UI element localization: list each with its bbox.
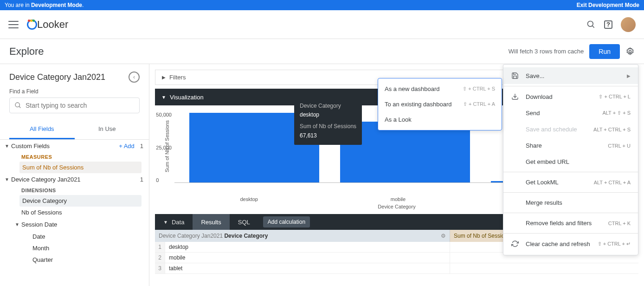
search-input[interactable] xyxy=(26,102,135,109)
viz-collapse[interactable]: ▼ Visualization xyxy=(155,89,210,105)
add-calculation-button[interactable]: Add calculation xyxy=(263,216,310,228)
tab-all-fields[interactable]: All Fields xyxy=(9,120,75,139)
search-icon xyxy=(14,102,22,109)
save-submenu: As a new dashboard⇧ + CTRL + S To an exi… xyxy=(378,78,502,130)
field-month[interactable]: Month xyxy=(0,242,149,254)
data-collapse[interactable]: ▼Data xyxy=(155,214,193,230)
help-icon[interactable]: ? xyxy=(604,20,612,29)
menu-download[interactable]: Download ⇧ + CTRL + L xyxy=(503,88,638,105)
field-search[interactable] xyxy=(9,98,140,113)
menu-save-schedule: Save and scheduleALT + CTRL + S xyxy=(503,121,638,137)
field-quarter[interactable]: Quarter xyxy=(0,254,149,266)
save-existing-dashboard[interactable]: To an existing dashboard⇧ + CTRL + A xyxy=(378,97,502,112)
menu-embed[interactable]: Get embed URL xyxy=(503,154,638,170)
col-header-device-category[interactable]: Device Category Jan2021 Device Category … xyxy=(155,230,450,242)
save-icon xyxy=(511,72,519,79)
explore-name: Device Category Jan2021 xyxy=(9,72,105,82)
measures-label: MEASURES xyxy=(0,152,149,162)
explore-actions-menu: Save... ▶ Download ⇧ + CTRL + L SendALT … xyxy=(503,64,638,255)
chevron-down-icon: ▼ xyxy=(161,95,166,100)
tab-in-use[interactable]: In Use xyxy=(75,120,140,139)
topbar: Looker ? xyxy=(0,10,644,39)
dimensions-label: DIMENSIONS xyxy=(0,186,149,195)
field-device-category[interactable]: Device Category xyxy=(19,195,142,207)
menu-save[interactable]: Save... ▶ xyxy=(503,67,638,84)
download-icon xyxy=(511,93,519,100)
svg-point-3 xyxy=(15,103,19,107)
menu-send[interactable]: SendALT + ⇧ + S xyxy=(503,105,638,121)
exit-dev-mode-link[interactable]: Exit Development Mode xyxy=(577,2,639,8)
search-icon[interactable] xyxy=(586,20,596,29)
menu-clear-cache[interactable]: Clear cache and refresh⇧ + CTRL + ↵ xyxy=(503,235,638,252)
logo-mark-icon xyxy=(27,20,35,30)
menu-share[interactable]: ShareCTRL + U xyxy=(503,137,638,154)
section-custom-fields[interactable]: ▼ Custom Fields + Add 1 xyxy=(0,140,149,152)
chevron-right-icon: ▶ xyxy=(627,73,631,78)
bar-mobile[interactable] xyxy=(339,122,471,182)
bar-desktop[interactable] xyxy=(188,113,321,182)
svg-point-2 xyxy=(629,50,631,52)
chevron-down-icon: ▼ xyxy=(15,222,21,227)
refresh-icon xyxy=(511,240,519,247)
field-sum-nb-sessions[interactable]: Sum of Nb of Sessions xyxy=(19,162,142,173)
tab-sql[interactable]: SQL xyxy=(230,214,258,230)
tab-results[interactable]: Results xyxy=(193,214,229,230)
x-tick: mobile xyxy=(323,196,472,202)
svg-point-0 xyxy=(588,21,593,26)
menu-lookml[interactable]: Get LookMLALT + CTRL + A xyxy=(503,174,638,190)
svg-line-1 xyxy=(592,26,594,27)
chevron-down-icon: ▼ xyxy=(5,143,11,149)
x-tick: desktop xyxy=(174,196,323,202)
chevron-down-icon: ▼ xyxy=(5,177,11,182)
field-session-date[interactable]: ▼ Session Date xyxy=(0,218,149,231)
hamburger-icon[interactable] xyxy=(8,21,19,28)
save-new-dashboard[interactable]: As a new dashboard⇧ + CTRL + S xyxy=(378,81,502,97)
section-device-category[interactable]: ▼ Device Category Jan2021 1 xyxy=(0,173,149,186)
fetch-status: Will fetch 3 rows from cache xyxy=(509,48,584,55)
field-nb-sessions[interactable]: Nb of Sessions xyxy=(0,207,149,218)
explore-main: ▶ Filters ▼ Visualization ⋯ Sum of Nb of… xyxy=(149,64,644,286)
save-as-look[interactable]: As a Look xyxy=(378,112,502,127)
field-picker: Device Category Jan2021 ‹ Find a Field A… xyxy=(0,64,149,286)
add-custom-field[interactable]: + Add xyxy=(119,143,135,150)
avatar[interactable] xyxy=(621,17,636,32)
chevron-right-icon: ▶ xyxy=(162,75,166,80)
y-axis-label: Sum of Nb of Sessions xyxy=(164,118,170,174)
run-button[interactable]: Run xyxy=(589,44,620,59)
table-row[interactable]: 3tablet xyxy=(155,263,638,274)
explore-gear-icon[interactable] xyxy=(625,47,635,56)
menu-remove-fields[interactable]: Remove fields and filtersCTRL + K xyxy=(503,215,638,231)
page-subheader: Explore Will fetch 3 rows from cache Run xyxy=(0,39,644,64)
chevron-down-icon: ▼ xyxy=(163,220,168,225)
history-icon[interactable]: ‹ xyxy=(129,72,140,83)
logo[interactable]: Looker xyxy=(27,19,68,31)
svg-line-4 xyxy=(19,106,20,108)
find-label: Find a Field xyxy=(0,86,149,98)
field-date[interactable]: Date xyxy=(0,231,149,242)
col-gear-icon[interactable]: ⚙ xyxy=(441,233,446,239)
menu-merge[interactable]: Merge results xyxy=(503,195,638,211)
dev-mode-banner: You are in Development Mode. Exit Develo… xyxy=(0,0,644,10)
page-title: Explore xyxy=(9,46,44,58)
